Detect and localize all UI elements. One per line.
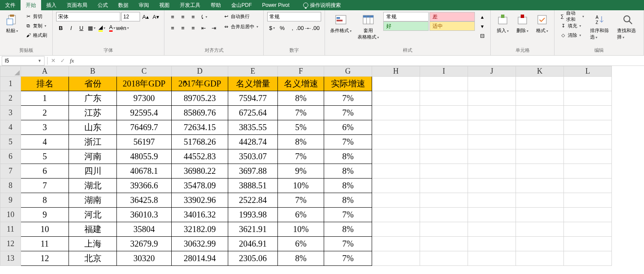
column-header[interactable]: I bbox=[420, 66, 468, 77]
row-header[interactable]: 12 bbox=[0, 237, 21, 251]
cell[interactable]: 河南 bbox=[69, 149, 117, 164]
cell[interactable] bbox=[516, 208, 564, 222]
cell[interactable]: 山东 bbox=[69, 120, 117, 135]
menu-tab-data[interactable]: 数据 bbox=[113, 0, 134, 10]
copy-button[interactable]: ⧉ 复制 bbox=[23, 21, 49, 30]
paste-button[interactable]: 粘贴 bbox=[3, 12, 21, 35]
column-header[interactable]: B bbox=[69, 66, 117, 77]
cell[interactable]: 12 bbox=[21, 251, 69, 266]
cell-style-bad[interactable]: 差 bbox=[429, 12, 475, 21]
cell[interactable]: 6 bbox=[21, 164, 69, 179]
cell[interactable] bbox=[564, 179, 612, 193]
cell[interactable] bbox=[372, 208, 420, 222]
orientation-button[interactable]: ⤹ bbox=[199, 12, 208, 21]
cell[interactable]: 76469.7 bbox=[117, 120, 172, 135]
format-painter-button[interactable]: 🖌 格式刷 bbox=[23, 31, 49, 39]
cell[interactable]: 6% bbox=[324, 120, 372, 135]
column-header[interactable]: K bbox=[516, 66, 564, 77]
cell[interactable] bbox=[420, 179, 468, 193]
cell[interactable]: 湖南 bbox=[69, 193, 117, 208]
underline-button[interactable]: U bbox=[77, 23, 86, 33]
font-color-button[interactable]: A bbox=[107, 23, 117, 33]
menu-tab-powerpivot[interactable]: Power Pivot bbox=[257, 0, 295, 10]
cell[interactable] bbox=[564, 208, 612, 222]
enter-formula-button[interactable]: ✓ bbox=[58, 56, 67, 66]
row-header[interactable]: 6 bbox=[0, 149, 21, 164]
cell[interactable]: 7594.77 bbox=[228, 91, 278, 106]
cell[interactable] bbox=[468, 251, 516, 266]
cell[interactable] bbox=[564, 237, 612, 251]
cell[interactable]: 江苏 bbox=[69, 106, 117, 120]
format-cells-button[interactable]: 格式 bbox=[534, 12, 551, 35]
cell[interactable]: 92595.4 bbox=[117, 106, 172, 120]
cell[interactable]: 97300 bbox=[117, 91, 172, 106]
delete-cells-button[interactable]: 删除 bbox=[514, 12, 531, 35]
cell-style-neutral[interactable]: 适中 bbox=[429, 21, 475, 31]
cell[interactable] bbox=[468, 91, 516, 106]
cell-style-normal[interactable]: 常规 bbox=[383, 12, 429, 21]
cell[interactable]: 10% bbox=[278, 222, 324, 237]
cell[interactable] bbox=[516, 120, 564, 135]
fill-button[interactable]: ↧ 填充 bbox=[558, 21, 586, 30]
cell[interactable]: 名义增量 bbox=[228, 77, 278, 91]
align-bottom-button[interactable]: ≡ bbox=[188, 12, 198, 21]
cell[interactable]: 5 bbox=[21, 149, 69, 164]
cell[interactable]: 广东 bbox=[69, 91, 117, 106]
cell[interactable]: 36980.22 bbox=[172, 164, 228, 179]
column-header[interactable]: L bbox=[564, 66, 612, 77]
cell[interactable]: 32182.09 bbox=[172, 222, 228, 237]
cell[interactable] bbox=[468, 193, 516, 208]
menu-tab-review[interactable]: 审阅 bbox=[134, 0, 154, 10]
cell[interactable]: 2017年GDP bbox=[172, 77, 228, 91]
cell[interactable] bbox=[564, 222, 612, 237]
cell[interactable] bbox=[420, 222, 468, 237]
cell[interactable]: 3697.88 bbox=[228, 164, 278, 179]
cell[interactable] bbox=[468, 149, 516, 164]
tell-me-search[interactable]: 操作说明搜索 bbox=[303, 2, 341, 9]
cell[interactable]: 8% bbox=[324, 193, 372, 208]
cell[interactable]: 56197 bbox=[117, 135, 172, 149]
cell[interactable] bbox=[564, 91, 612, 106]
cell[interactable] bbox=[516, 135, 564, 149]
cell[interactable]: 7% bbox=[324, 135, 372, 149]
cell-style-good[interactable]: 好 bbox=[383, 21, 429, 31]
cell[interactable]: 30632.99 bbox=[172, 237, 228, 251]
cell[interactable]: 6% bbox=[278, 208, 324, 222]
cell[interactable]: 4428.74 bbox=[228, 135, 278, 149]
cell[interactable]: 2305.06 bbox=[228, 251, 278, 266]
row-header[interactable]: 3 bbox=[0, 106, 21, 120]
cell[interactable] bbox=[420, 193, 468, 208]
increase-font-button[interactable]: A▴ bbox=[141, 12, 150, 21]
cell[interactable]: 36010.3 bbox=[117, 208, 172, 222]
wrap-text-button[interactable]: ↩ 自动换行 bbox=[221, 12, 260, 21]
row-header[interactable]: 13 bbox=[0, 251, 21, 266]
font-name-combo[interactable] bbox=[56, 12, 120, 21]
cell[interactable] bbox=[372, 106, 420, 120]
cell[interactable]: 四川 bbox=[69, 164, 117, 179]
cell[interactable] bbox=[516, 77, 564, 91]
cell[interactable] bbox=[516, 164, 564, 179]
cell[interactable]: 湖北 bbox=[69, 179, 117, 193]
cell[interactable]: 44552.83 bbox=[172, 149, 228, 164]
cell[interactable]: 51768.26 bbox=[172, 135, 228, 149]
row-header[interactable]: 8 bbox=[0, 179, 21, 193]
row-header[interactable]: 4 bbox=[0, 120, 21, 135]
cell[interactable] bbox=[516, 251, 564, 266]
cell[interactable] bbox=[372, 222, 420, 237]
cell[interactable]: 11 bbox=[21, 237, 69, 251]
cell[interactable]: 8% bbox=[278, 91, 324, 106]
find-select-button[interactable]: 查找和选择 bbox=[615, 12, 640, 41]
cell[interactable]: 7% bbox=[324, 237, 372, 251]
menu-tab-devtools[interactable]: 开发工具 bbox=[175, 0, 206, 10]
cell[interactable] bbox=[372, 135, 420, 149]
cell[interactable]: 7% bbox=[324, 91, 372, 106]
select-all-corner[interactable] bbox=[0, 66, 21, 77]
cell[interactable]: 9 bbox=[21, 208, 69, 222]
cell[interactable]: 2018年GDP bbox=[117, 77, 172, 91]
cell[interactable]: 35804 bbox=[117, 222, 172, 237]
cell[interactable] bbox=[372, 77, 420, 91]
cell[interactable] bbox=[564, 251, 612, 266]
styles-scroll-down[interactable]: ▾ bbox=[477, 21, 487, 31]
cell[interactable] bbox=[420, 149, 468, 164]
cell[interactable] bbox=[420, 135, 468, 149]
